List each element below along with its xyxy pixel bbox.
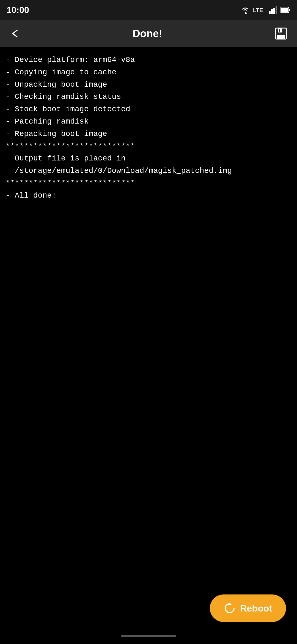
console-line: **************************** xyxy=(6,140,292,153)
svg-rect-5 xyxy=(276,6,277,14)
nav-bar xyxy=(0,627,297,644)
reboot-icon xyxy=(224,602,236,614)
reboot-button[interactable]: Reboot xyxy=(210,594,286,622)
signal-icon xyxy=(269,6,278,14)
svg-rect-12 xyxy=(279,29,280,32)
battery-icon xyxy=(280,6,290,14)
console-lines: - Device platform: arm64-v8a- Copying im… xyxy=(6,54,292,202)
console-line: - Patching ramdisk xyxy=(6,116,292,128)
wifi-icon xyxy=(240,6,250,14)
svg-rect-4 xyxy=(273,8,275,14)
console-line: - Checking ramdisk status xyxy=(6,91,292,103)
save-icon xyxy=(274,27,288,40)
back-button[interactable] xyxy=(7,25,23,42)
svg-rect-2 xyxy=(269,11,271,14)
svg-text:LTE: LTE xyxy=(253,7,263,13)
back-arrow-icon xyxy=(9,28,20,39)
svg-rect-11 xyxy=(277,35,285,39)
status-time: 10:00 xyxy=(7,5,29,15)
nav-indicator xyxy=(121,635,176,637)
console-line: - Repacking boot image xyxy=(6,128,292,140)
app-title: Done! xyxy=(133,28,162,40)
console-line: /storage/emulated/0/Download/magisk_patc… xyxy=(6,165,292,177)
console-line: Output file is placed in xyxy=(6,152,292,165)
console-output: - Device platform: arm64-v8a- Copying im… xyxy=(0,47,297,644)
app-bar: Done! xyxy=(0,20,297,47)
console-line: - Stock boot image detected xyxy=(6,103,292,116)
svg-rect-8 xyxy=(281,8,288,12)
status-icons: LTE xyxy=(240,6,290,14)
reboot-label: Reboot xyxy=(240,603,272,614)
console-line: - Unpacking boot image xyxy=(6,79,292,91)
svg-rect-3 xyxy=(271,9,273,14)
svg-point-0 xyxy=(245,12,247,14)
status-bar: 10:00 LTE xyxy=(0,0,297,20)
console-line: - Device platform: arm64-v8a xyxy=(6,54,292,66)
console-line: - All done! xyxy=(6,190,292,202)
save-button[interactable] xyxy=(272,24,290,43)
console-line: - Copying image to cache xyxy=(6,66,292,79)
lte-icon: LTE xyxy=(253,6,266,14)
console-line: **************************** xyxy=(6,177,292,190)
reboot-button-container: Reboot xyxy=(210,594,286,622)
svg-rect-7 xyxy=(289,9,290,11)
